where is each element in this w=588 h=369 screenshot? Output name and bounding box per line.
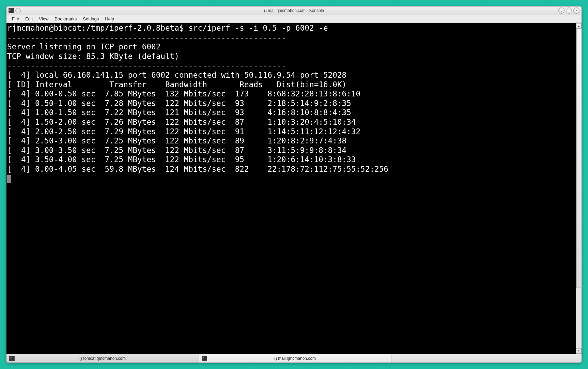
konsole-window: () mail.rjmcmahon.com - Konsole ⌄ ⌃ × Fi…	[6, 6, 582, 363]
menu-bookmarks[interactable]: Bookmarks	[52, 16, 79, 22]
text-caret-icon	[136, 222, 136, 229]
tab-tomcat[interactable]: () tomcat.rjmcmahon.com	[6, 354, 199, 363]
menu-view[interactable]: View	[36, 16, 51, 22]
tab-mail[interactable]: () mail.rjmcmahon.com	[199, 354, 391, 363]
menu-help[interactable]: Help	[102, 16, 117, 22]
window-title: () mail.rjmcmahon.com - Konsole	[6, 8, 582, 13]
scroll-down-button[interactable]: ▾	[576, 348, 582, 354]
terminal-icon	[9, 356, 15, 361]
scroll-up-button[interactable]: ▴	[576, 23, 582, 29]
terminal-output[interactable]: rjmcmahon@bibcat:/tmp/iperf-2.0.8beta$ s…	[6, 23, 576, 354]
scroll-thumb[interactable]	[576, 29, 581, 288]
tabbar: () tomcat.rjmcmahon.com () mail.rjmcmaho…	[6, 354, 582, 363]
terminal-cursor	[7, 175, 11, 183]
window-menu-icon[interactable]	[15, 8, 21, 13]
minimize-button[interactable]: ⌄	[558, 7, 564, 14]
menu-settings[interactable]: Settings	[80, 16, 102, 22]
maximize-button[interactable]: ⌃	[566, 7, 572, 14]
tab-label: () tomcat.rjmcmahon.com	[79, 356, 126, 361]
tab-label: () mail.rjmcmahon.com	[274, 356, 316, 361]
scroll-track[interactable]	[576, 29, 581, 348]
terminal-icon	[202, 356, 207, 361]
scrollbar[interactable]: ▴ ▾	[576, 23, 582, 354]
menu-file[interactable]: File	[9, 16, 22, 22]
terminal-icon	[9, 8, 14, 13]
titlebar[interactable]: () mail.rjmcmahon.com - Konsole ⌄ ⌃ ×	[6, 6, 582, 15]
menu-edit[interactable]: Edit	[22, 16, 35, 22]
close-button[interactable]: ×	[573, 7, 579, 14]
menubar: File Edit View Bookmarks Settings Help	[6, 15, 582, 23]
